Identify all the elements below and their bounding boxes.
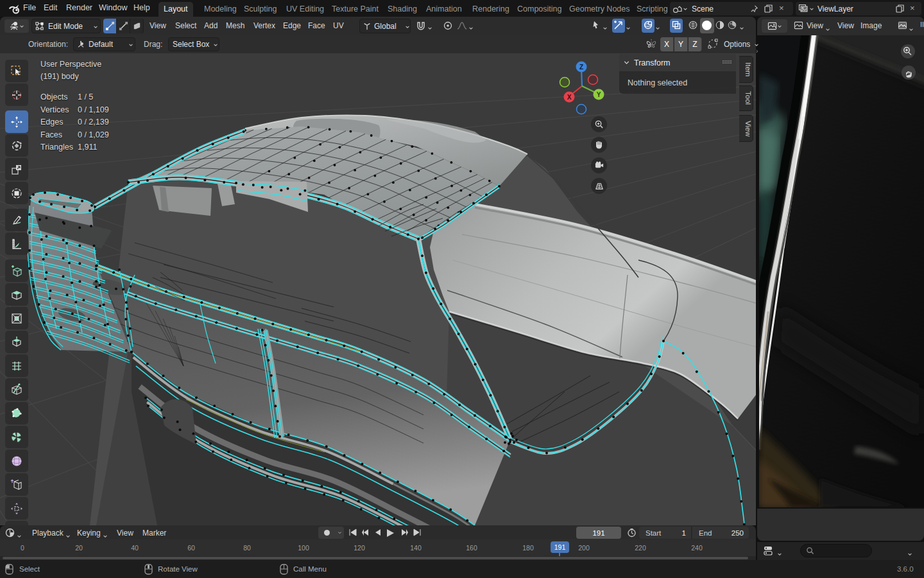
svg-text:Y: Y [597,91,601,98]
svg-text:Z: Z [579,64,583,71]
svg-text:X: X [567,94,572,101]
